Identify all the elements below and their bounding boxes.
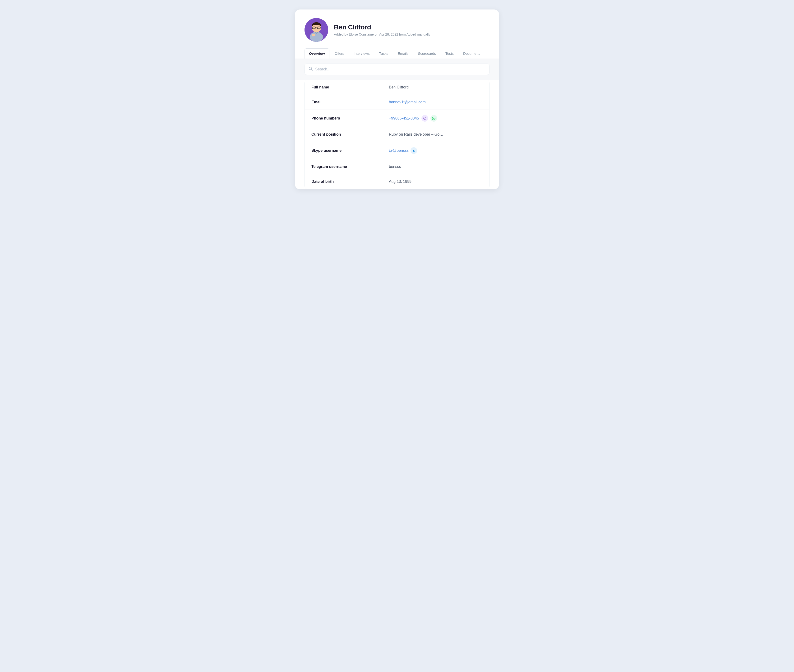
viber-icon[interactable] — [421, 115, 428, 122]
table-row: Email bennov1t@gmail.com — [305, 95, 489, 110]
profile-meta: Added by Eloise Constaine on Apr 28, 202… — [334, 32, 430, 36]
field-value: +99066-452-3845 — [382, 110, 489, 127]
tab-interviews[interactable]: Interviews — [349, 49, 374, 58]
info-table-wrapper: Full name Ben Clifford Email bennov1t@gm… — [304, 80, 490, 189]
search-container — [295, 59, 499, 80]
table-row: Telegram username bensss — [305, 159, 489, 174]
table-row: Phone numbers +99066-452-3845 — [305, 110, 489, 127]
field-label: Full name — [305, 80, 382, 95]
info-table: Full name Ben Clifford Email bennov1t@gm… — [305, 80, 489, 189]
tabs: Overview Offers Interviews Tasks Emails … — [304, 48, 490, 59]
search-box — [304, 64, 490, 75]
table-row: Skype username @@bensss S — [305, 142, 489, 159]
field-value: Ben Clifford — [382, 80, 489, 95]
tabs-container: Overview Offers Interviews Tasks Emails … — [295, 48, 499, 59]
field-value: @@bensss S — [382, 142, 489, 159]
svg-line-8 — [311, 69, 312, 70]
field-value: bensss — [382, 159, 489, 174]
search-icon — [309, 67, 313, 72]
field-label: Date of birth — [305, 174, 382, 189]
field-label: Email — [305, 95, 382, 110]
profile-name: Ben Clifford — [334, 24, 430, 31]
avatar — [304, 18, 328, 42]
tab-overview[interactable]: Overview — [304, 48, 330, 59]
field-value: bennov1t@gmail.com — [382, 95, 489, 110]
field-label: Skype username — [305, 142, 382, 159]
skype-wrapper: @@bensss S — [389, 147, 483, 154]
phone-link[interactable]: +99066-452-3845 — [389, 116, 419, 120]
tab-documents[interactable]: Docume… — [459, 49, 484, 58]
field-value: Ruby on Rails developer – Go… — [382, 127, 489, 142]
whatsapp-icon[interactable] — [431, 115, 437, 122]
tab-offers[interactable]: Offers — [330, 49, 349, 58]
tab-tests[interactable]: Tests — [441, 49, 458, 58]
field-label: Current position — [305, 127, 382, 142]
search-input[interactable] — [315, 67, 485, 71]
table-row: Full name Ben Clifford — [305, 80, 489, 95]
email-link[interactable]: bennov1t@gmail.com — [389, 100, 426, 104]
field-label: Telegram username — [305, 159, 382, 174]
field-value: Aug 13, 1999 — [382, 174, 489, 189]
tab-tasks[interactable]: Tasks — [375, 49, 392, 58]
table-row: Current position Ruby on Rails developer… — [305, 127, 489, 142]
table-row: Date of birth Aug 13, 1999 — [305, 174, 489, 189]
field-label: Phone numbers — [305, 110, 382, 127]
profile-header: Ben Clifford Added by Eloise Constaine o… — [295, 10, 499, 48]
tab-emails[interactable]: Emails — [394, 49, 413, 58]
profile-info: Ben Clifford Added by Eloise Constaine o… — [334, 24, 430, 36]
phone-wrapper: +99066-452-3845 — [389, 115, 483, 122]
profile-card: Ben Clifford Added by Eloise Constaine o… — [295, 10, 499, 189]
tab-scorecards[interactable]: Scorecards — [414, 49, 440, 58]
skype-icon[interactable]: S — [410, 147, 417, 154]
skype-link[interactable]: @@bensss — [389, 149, 409, 153]
